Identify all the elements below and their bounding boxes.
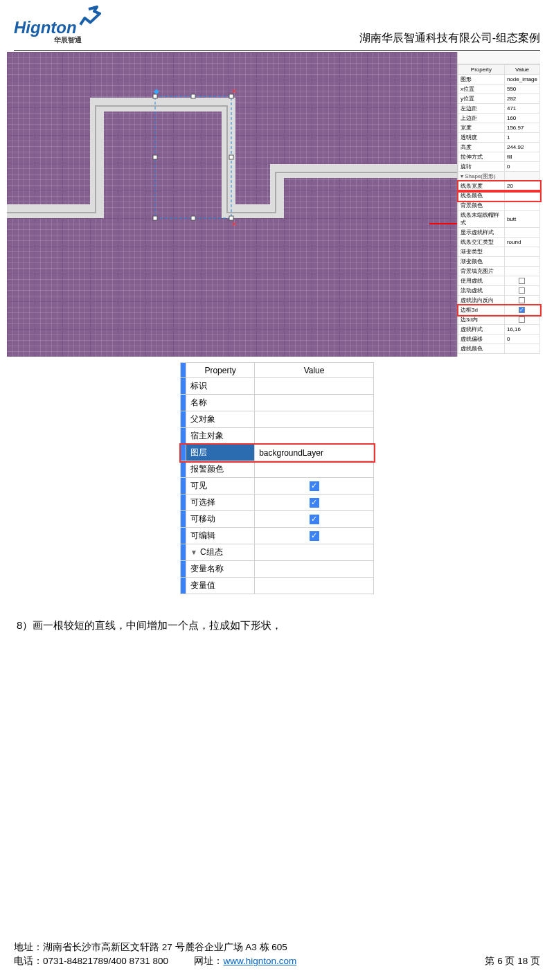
- prop-row[interactable]: 边框3d: [458, 305, 540, 315]
- prop-row[interactable]: 边3d内: [458, 315, 540, 325]
- prop-row[interactable]: ▼C组态: [181, 544, 374, 561]
- svg-rect-4: [153, 155, 157, 159]
- svg-rect-7: [191, 216, 195, 220]
- page-number: 第 6 页 18 页: [485, 955, 540, 968]
- prop-row[interactable]: 虚线流向反向: [458, 296, 540, 305]
- prop-row[interactable]: 背景颜色: [458, 201, 540, 211]
- phone-val: 0731-84821789/400 8731 800: [43, 956, 168, 966]
- prop-row[interactable]: 图层backgroundLayer: [181, 445, 374, 461]
- prop-row[interactable]: 名称: [181, 395, 374, 411]
- prop-row[interactable]: 旋转0: [458, 162, 540, 172]
- company-title: 湖南华辰智通科技有限公司-组态案例: [359, 31, 540, 47]
- svg-text:◆: ◆: [154, 87, 159, 95]
- prop-row[interactable]: x位置550: [458, 84, 540, 94]
- prop-row[interactable]: 渐变类型: [458, 247, 540, 257]
- logo: Hignton 华辰智通: [14, 6, 125, 47]
- prop-row[interactable]: 拉伸方式fill: [458, 152, 540, 162]
- stripe: [181, 363, 186, 378]
- svg-rect-5: [229, 155, 233, 159]
- prop-row[interactable]: 可见✓: [181, 478, 374, 495]
- prop-row[interactable]: 宿主对象: [181, 428, 374, 445]
- phone-label: 电话：: [14, 956, 43, 966]
- logo-sub: 华辰智通: [53, 36, 82, 44]
- addr-label: 地址：: [14, 942, 43, 952]
- svg-text:✕: ✕: [231, 87, 237, 95]
- logo-svg: Hignton 华辰智通: [14, 6, 125, 47]
- prop-row[interactable]: 线条末端线帽样式butt: [458, 211, 540, 228]
- property-table-right[interactable]: Property Value 图形node_imagex位置550y位置282左…: [458, 64, 540, 354]
- url-label: 网址：: [194, 956, 223, 966]
- prop-row[interactable]: 线条颜色: [458, 191, 540, 201]
- prop-row[interactable]: 虚线偏移0: [458, 335, 540, 344]
- col-value-c: Value: [255, 363, 374, 378]
- prop-row[interactable]: 显示虚线样式: [458, 228, 540, 238]
- prop-row[interactable]: 父对象: [181, 411, 374, 428]
- prop-row[interactable]: 流动虚线: [458, 286, 540, 296]
- header: Hignton 华辰智通 湖南华辰智通科技有限公司-组态案例: [14, 0, 540, 51]
- prop-row[interactable]: 高度244.92: [458, 143, 540, 152]
- prop-row[interactable]: y位置282: [458, 94, 540, 104]
- prop-row[interactable]: 可移动✓: [181, 511, 374, 528]
- prop-row[interactable]: 线条宽度20: [458, 181, 540, 191]
- prop-row[interactable]: 标识: [181, 378, 374, 395]
- prop-row[interactable]: 渐变颜色: [458, 257, 540, 267]
- prop-row[interactable]: 上边距160: [458, 114, 540, 123]
- url-link[interactable]: www.hignton.com: [223, 956, 296, 966]
- prop-row[interactable]: 变量值: [181, 578, 374, 594]
- prop-row[interactable]: 使用虚线: [458, 276, 540, 286]
- property-panel-right: Property Value 图形node_imagex位置550y位置282左…: [457, 52, 540, 357]
- svg-rect-0: [155, 96, 231, 218]
- col-property: Property: [458, 65, 505, 75]
- step-text: 8）画一根较短的直线，中间增加一个点，拉成如下形状，: [17, 619, 540, 632]
- footer: 地址：湖南省长沙市高新区文轩路 27 号麓谷企业广场 A3 栋 605 电话：0…: [14, 941, 540, 968]
- panel-toolbar: [458, 52, 540, 64]
- prop-row[interactable]: 变量名称: [181, 561, 374, 578]
- property-table-center[interactable]: Property Value 标识名称父对象宿主对象图层backgroundLa…: [180, 362, 374, 594]
- prop-row[interactable]: ▾ Shape(图形): [458, 172, 540, 181]
- prop-row[interactable]: 虚线颜色: [458, 344, 540, 354]
- prop-row[interactable]: 线条交汇类型round: [458, 238, 540, 247]
- prop-row[interactable]: 报警颜色: [181, 461, 374, 478]
- prop-row[interactable]: 背景填充图片: [458, 267, 540, 276]
- prop-row[interactable]: 虚线样式16,16: [458, 325, 540, 335]
- logo-text: Hignton: [14, 18, 77, 37]
- prop-row[interactable]: 透明度1: [458, 133, 540, 143]
- prop-row[interactable]: 图形node_image: [458, 75, 540, 84]
- svg-rect-2: [191, 94, 195, 98]
- pipe-shape[interactable]: ◆ ✕ ✕: [7, 52, 457, 357]
- svg-text:✕: ✕: [231, 220, 237, 228]
- design-canvas[interactable]: ◆ ✕ ✕: [7, 52, 457, 357]
- col-property-c: Property: [186, 363, 255, 378]
- col-value: Value: [504, 65, 539, 75]
- prop-row[interactable]: 可编辑✓: [181, 528, 374, 544]
- editor-area: ◆ ✕ ✕ Property Value 图形node_imagex位置550y…: [7, 52, 540, 357]
- prop-row[interactable]: 宽度156.97: [458, 123, 540, 133]
- svg-rect-6: [153, 216, 157, 220]
- prop-row[interactable]: 左边距471: [458, 104, 540, 114]
- prop-row[interactable]: 可选择✓: [181, 495, 374, 511]
- addr-val: 湖南省长沙市高新区文轩路 27 号麓谷企业广场 A3 栋 605: [43, 942, 287, 952]
